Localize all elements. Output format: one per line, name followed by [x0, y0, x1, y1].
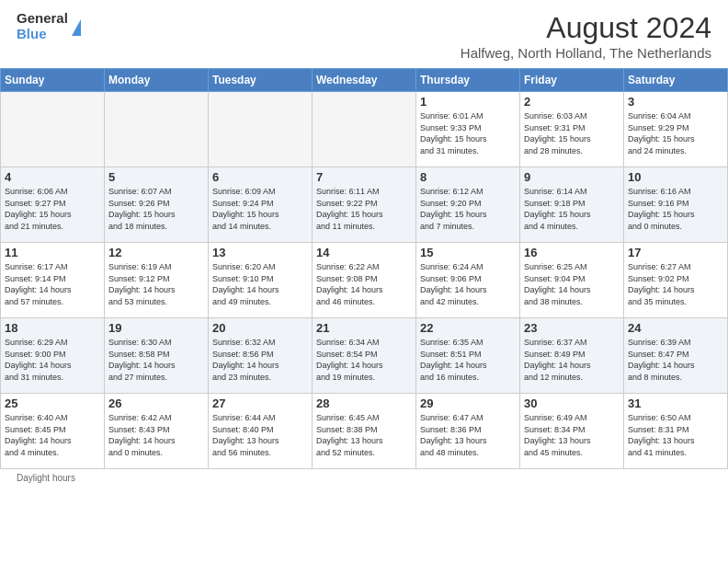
day-info: Sunrise: 6:30 AM Sunset: 8:58 PM Dayligh… — [108, 337, 204, 383]
calendar-day-cell: 22Sunrise: 6:35 AM Sunset: 8:51 PM Dayli… — [416, 318, 520, 394]
calendar-day-header: Saturday — [624, 69, 728, 92]
logo: General Blue — [17, 11, 81, 41]
location-title: Halfweg, North Holland, The Netherlands — [461, 45, 711, 61]
day-info: Sunrise: 6:01 AM Sunset: 9:33 PM Dayligh… — [420, 110, 516, 156]
calendar-day-header: Wednesday — [313, 69, 416, 92]
calendar-day-cell: 12Sunrise: 6:19 AM Sunset: 9:12 PM Dayli… — [105, 243, 209, 318]
page-header: General Blue August 2024 Halfweg, North … — [0, 0, 728, 68]
calendar-day-cell: 20Sunrise: 6:32 AM Sunset: 8:56 PM Dayli… — [209, 318, 313, 394]
day-number: 10 — [628, 170, 723, 184]
day-number: 17 — [628, 246, 723, 259]
footer-note: Daylight hours — [0, 469, 728, 487]
day-number: 30 — [524, 396, 620, 410]
calendar-day-cell: 11Sunrise: 6:17 AM Sunset: 9:14 PM Dayli… — [1, 243, 105, 318]
day-info: Sunrise: 6:37 AM Sunset: 8:49 PM Dayligh… — [524, 337, 620, 383]
day-number: 5 — [108, 170, 204, 184]
day-info: Sunrise: 6:12 AM Sunset: 9:20 PM Dayligh… — [420, 186, 516, 232]
day-info: Sunrise: 6:19 AM Sunset: 9:12 PM Dayligh… — [108, 261, 204, 307]
calendar-day-cell — [313, 92, 416, 167]
calendar-week-row: 11Sunrise: 6:17 AM Sunset: 9:14 PM Dayli… — [1, 243, 728, 318]
calendar-day-cell — [105, 92, 209, 167]
day-number: 1 — [420, 95, 516, 109]
calendar-day-header: Thursday — [416, 69, 520, 92]
day-info: Sunrise: 6:44 AM Sunset: 8:40 PM Dayligh… — [212, 412, 308, 458]
calendar-day-cell: 9Sunrise: 6:14 AM Sunset: 9:18 PM Daylig… — [520, 167, 624, 243]
day-info: Sunrise: 6:39 AM Sunset: 8:47 PM Dayligh… — [628, 337, 723, 383]
calendar-day-cell: 14Sunrise: 6:22 AM Sunset: 9:08 PM Dayli… — [313, 243, 416, 318]
day-number: 24 — [628, 321, 723, 335]
day-info: Sunrise: 6:03 AM Sunset: 9:31 PM Dayligh… — [524, 110, 620, 156]
day-info: Sunrise: 6:24 AM Sunset: 9:06 PM Dayligh… — [420, 261, 516, 307]
calendar-day-cell: 29Sunrise: 6:47 AM Sunset: 8:36 PM Dayli… — [416, 394, 520, 469]
calendar-day-cell: 24Sunrise: 6:39 AM Sunset: 8:47 PM Dayli… — [624, 318, 728, 394]
logo-triangle-icon — [72, 19, 81, 36]
day-info: Sunrise: 6:25 AM Sunset: 9:04 PM Dayligh… — [524, 261, 620, 307]
calendar-week-row: 4Sunrise: 6:06 AM Sunset: 9:27 PM Daylig… — [1, 167, 728, 243]
calendar-day-cell: 23Sunrise: 6:37 AM Sunset: 8:49 PM Dayli… — [520, 318, 624, 394]
day-number: 31 — [628, 396, 723, 410]
calendar-day-cell: 7Sunrise: 6:11 AM Sunset: 9:22 PM Daylig… — [313, 167, 416, 243]
logo-blue: Blue — [17, 27, 68, 42]
day-info: Sunrise: 6:45 AM Sunset: 8:38 PM Dayligh… — [316, 412, 412, 458]
day-info: Sunrise: 6:07 AM Sunset: 9:26 PM Dayligh… — [108, 186, 204, 232]
calendar-day-cell: 3Sunrise: 6:04 AM Sunset: 9:29 PM Daylig… — [624, 92, 728, 167]
calendar-day-cell: 17Sunrise: 6:27 AM Sunset: 9:02 PM Dayli… — [624, 243, 728, 318]
day-number: 3 — [628, 95, 723, 109]
calendar-week-row: 18Sunrise: 6:29 AM Sunset: 9:00 PM Dayli… — [1, 318, 728, 394]
day-number: 7 — [316, 170, 412, 184]
calendar-day-cell: 30Sunrise: 6:49 AM Sunset: 8:34 PM Dayli… — [520, 394, 624, 469]
calendar-day-cell: 10Sunrise: 6:16 AM Sunset: 9:16 PM Dayli… — [624, 167, 728, 243]
day-number: 26 — [108, 396, 204, 410]
day-number: 14 — [316, 246, 412, 259]
month-title: August 2024 — [461, 11, 711, 45]
day-number: 13 — [212, 246, 308, 259]
day-number: 11 — [5, 246, 100, 259]
day-number: 2 — [524, 95, 620, 109]
day-number: 4 — [5, 170, 100, 184]
day-info: Sunrise: 6:17 AM Sunset: 9:14 PM Dayligh… — [5, 261, 100, 307]
calendar-header-row: SundayMondayTuesdayWednesdayThursdayFrid… — [1, 69, 728, 92]
calendar-day-cell: 27Sunrise: 6:44 AM Sunset: 8:40 PM Dayli… — [209, 394, 313, 469]
calendar-day-cell: 28Sunrise: 6:45 AM Sunset: 8:38 PM Dayli… — [313, 394, 416, 469]
calendar-day-cell: 4Sunrise: 6:06 AM Sunset: 9:27 PM Daylig… — [1, 167, 105, 243]
day-number: 20 — [212, 321, 308, 335]
day-number: 6 — [212, 170, 308, 184]
day-info: Sunrise: 6:40 AM Sunset: 8:45 PM Dayligh… — [5, 412, 100, 458]
day-number: 21 — [316, 321, 412, 335]
calendar-day-cell: 21Sunrise: 6:34 AM Sunset: 8:54 PM Dayli… — [313, 318, 416, 394]
day-info: Sunrise: 6:47 AM Sunset: 8:36 PM Dayligh… — [420, 412, 516, 458]
calendar-day-cell: 2Sunrise: 6:03 AM Sunset: 9:31 PM Daylig… — [520, 92, 624, 167]
calendar-day-cell: 31Sunrise: 6:50 AM Sunset: 8:31 PM Dayli… — [624, 394, 728, 469]
day-number: 16 — [524, 246, 620, 259]
calendar-day-cell: 8Sunrise: 6:12 AM Sunset: 9:20 PM Daylig… — [416, 167, 520, 243]
calendar-day-cell: 25Sunrise: 6:40 AM Sunset: 8:45 PM Dayli… — [1, 394, 105, 469]
day-number: 28 — [316, 396, 412, 410]
day-number: 12 — [108, 246, 204, 259]
title-area: August 2024 Halfweg, North Holland, The … — [461, 11, 711, 61]
calendar-day-header: Friday — [520, 69, 624, 92]
day-info: Sunrise: 6:32 AM Sunset: 8:56 PM Dayligh… — [212, 337, 308, 383]
calendar-day-header: Sunday — [1, 69, 105, 92]
day-number: 29 — [420, 396, 516, 410]
day-info: Sunrise: 6:06 AM Sunset: 9:27 PM Dayligh… — [5, 186, 100, 232]
calendar-day-cell: 15Sunrise: 6:24 AM Sunset: 9:06 PM Dayli… — [416, 243, 520, 318]
day-info: Sunrise: 6:49 AM Sunset: 8:34 PM Dayligh… — [524, 412, 620, 458]
calendar-day-cell: 13Sunrise: 6:20 AM Sunset: 9:10 PM Dayli… — [209, 243, 313, 318]
day-info: Sunrise: 6:14 AM Sunset: 9:18 PM Dayligh… — [524, 186, 620, 232]
day-info: Sunrise: 6:20 AM Sunset: 9:10 PM Dayligh… — [212, 261, 308, 307]
day-info: Sunrise: 6:11 AM Sunset: 9:22 PM Dayligh… — [316, 186, 412, 232]
day-number: 23 — [524, 321, 620, 335]
calendar-day-cell: 5Sunrise: 6:07 AM Sunset: 9:26 PM Daylig… — [105, 167, 209, 243]
day-info: Sunrise: 6:34 AM Sunset: 8:54 PM Dayligh… — [316, 337, 412, 383]
calendar-week-row: 25Sunrise: 6:40 AM Sunset: 8:45 PM Dayli… — [1, 394, 728, 469]
calendar-day-cell: 1Sunrise: 6:01 AM Sunset: 9:33 PM Daylig… — [416, 92, 520, 167]
day-info: Sunrise: 6:29 AM Sunset: 9:00 PM Dayligh… — [5, 337, 100, 383]
day-number: 22 — [420, 321, 516, 335]
calendar-table: SundayMondayTuesdayWednesdayThursdayFrid… — [0, 68, 728, 469]
day-number: 27 — [212, 396, 308, 410]
day-info: Sunrise: 6:50 AM Sunset: 8:31 PM Dayligh… — [628, 412, 723, 458]
logo-text: General Blue — [17, 11, 68, 41]
day-number: 9 — [524, 170, 620, 184]
day-number: 18 — [5, 321, 100, 335]
day-info: Sunrise: 6:22 AM Sunset: 9:08 PM Dayligh… — [316, 261, 412, 307]
